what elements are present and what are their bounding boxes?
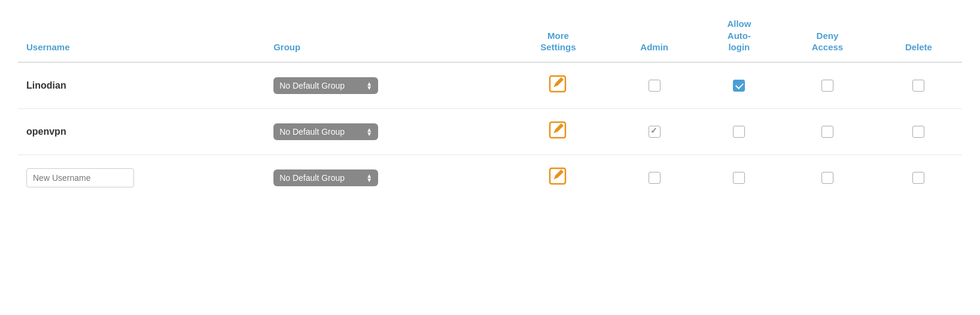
cell-username: openvpn (18, 108, 265, 155)
cell-username: Linodian (18, 62, 265, 109)
allow-autologin-checkbox[interactable] (733, 126, 745, 138)
cell-more-settings (506, 108, 610, 155)
deny-access-checkbox[interactable] (821, 172, 833, 184)
cell-admin (610, 62, 699, 109)
admin-checkbox[interactable] (649, 172, 661, 184)
group-dropdown[interactable]: No Default Group▲▼ (273, 77, 378, 94)
group-dropdown[interactable]: No Default Group▲▼ (273, 169, 378, 186)
user-management-table-wrapper: Username Group MoreSettings Admin AllowA… (0, 0, 980, 213)
col-header-more-settings: MoreSettings (506, 12, 610, 62)
new-username-input[interactable] (26, 168, 134, 187)
cell-group: No Default Group▲▼ (265, 155, 506, 201)
delete-checkbox[interactable] (912, 172, 924, 184)
dropdown-arrows-icon: ▲▼ (366, 128, 372, 136)
cell-group: No Default Group▲▼ (265, 108, 506, 155)
cell-delete (875, 108, 962, 155)
delete-checkbox[interactable] (912, 80, 924, 92)
table-row: LinodianNo Default Group▲▼ (18, 62, 962, 109)
cell-allow-autologin (699, 155, 780, 201)
edit-settings-button[interactable] (547, 166, 569, 187)
cell-deny-access (780, 62, 875, 109)
edit-settings-button[interactable] (547, 74, 569, 95)
group-dropdown[interactable]: No Default Group▲▼ (273, 123, 378, 140)
admin-checkbox[interactable] (649, 126, 661, 138)
group-label: No Default Group (279, 81, 345, 90)
cell-allow-autologin (699, 108, 780, 155)
cell-deny-access (780, 108, 875, 155)
cell-more-settings (506, 62, 610, 109)
cell-allow-autologin (699, 62, 780, 109)
table-header-row: Username Group MoreSettings Admin AllowA… (18, 12, 962, 62)
dropdown-arrows-icon: ▲▼ (366, 81, 372, 90)
cell-admin (610, 108, 699, 155)
delete-checkbox[interactable] (912, 126, 924, 138)
cell-group: No Default Group▲▼ (265, 62, 506, 109)
edit-settings-button[interactable] (547, 120, 569, 141)
group-label: No Default Group (279, 173, 345, 183)
username-text: Linodian (26, 80, 66, 90)
allow-autologin-checkbox[interactable] (733, 172, 745, 184)
col-header-delete: Delete (875, 12, 962, 62)
allow-autologin-checkbox[interactable] (733, 80, 745, 92)
col-header-allow-autologin: AllowAuto-login (699, 12, 780, 62)
cell-delete (875, 62, 962, 109)
table-row: openvpnNo Default Group▲▼ (18, 108, 962, 155)
col-header-deny-access: DenyAccess (780, 12, 875, 62)
table-row: No Default Group▲▼ (18, 155, 962, 201)
username-text: openvpn (26, 126, 66, 137)
cell-delete (875, 155, 962, 201)
cell-username (18, 155, 265, 201)
cell-more-settings (506, 155, 610, 201)
col-header-group: Group (265, 12, 506, 62)
deny-access-checkbox[interactable] (821, 80, 833, 92)
dropdown-arrows-icon: ▲▼ (366, 174, 372, 182)
user-table: Username Group MoreSettings Admin AllowA… (18, 12, 962, 201)
cell-deny-access (780, 155, 875, 201)
col-header-admin: Admin (610, 12, 699, 62)
group-label: No Default Group (279, 127, 345, 137)
cell-admin (610, 155, 699, 201)
admin-checkbox[interactable] (649, 80, 661, 92)
col-header-username: Username (18, 12, 265, 62)
deny-access-checkbox[interactable] (821, 126, 833, 138)
